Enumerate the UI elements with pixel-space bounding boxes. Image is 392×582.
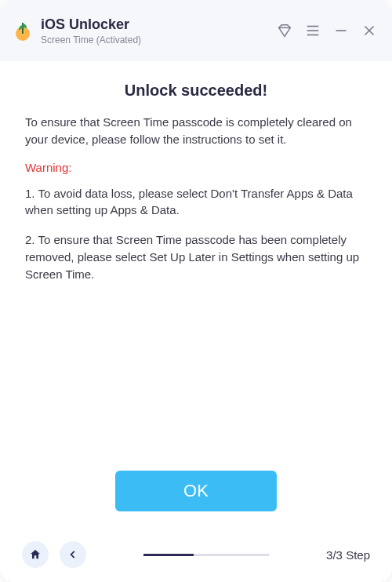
app-logo-icon <box>13 20 33 41</box>
diamond-icon[interactable] <box>276 22 293 39</box>
page-title: Unlock succeeded! <box>25 82 367 100</box>
instruction-2: 2. To ensure that Screen Time passcode h… <box>25 231 367 282</box>
brand-block: iOS Unlocker Screen Time (Activated) <box>13 16 141 45</box>
home-button[interactable] <box>22 541 49 568</box>
progress-fill <box>143 554 194 556</box>
title-block: iOS Unlocker Screen Time (Activated) <box>41 16 141 45</box>
warning-label: Warning: <box>25 161 367 174</box>
footer-bar: 3/3 Step <box>0 527 392 582</box>
step-indicator: 3/3 Step <box>326 548 370 562</box>
back-button[interactable] <box>60 541 86 568</box>
progress-bar <box>97 554 315 556</box>
menu-icon[interactable] <box>304 22 321 39</box>
close-icon[interactable] <box>361 22 378 39</box>
app-title: iOS Unlocker <box>41 16 141 33</box>
window-controls <box>276 22 378 39</box>
app-subtitle: Screen Time (Activated) <box>41 35 141 45</box>
instruction-1: 1. To avoid data loss, please select Don… <box>25 185 367 220</box>
intro-text: To ensure that Screen Time passcode is c… <box>25 114 367 148</box>
app-window: iOS Unlocker Screen Time (Activated) <box>0 0 392 582</box>
title-bar: iOS Unlocker Screen Time (Activated) <box>0 0 392 61</box>
ok-button[interactable]: OK <box>115 471 277 511</box>
minimize-icon[interactable] <box>332 22 350 39</box>
progress-track <box>143 554 269 556</box>
action-area: OK <box>0 471 392 527</box>
main-content: Unlock succeeded! To ensure that Screen … <box>0 61 392 471</box>
